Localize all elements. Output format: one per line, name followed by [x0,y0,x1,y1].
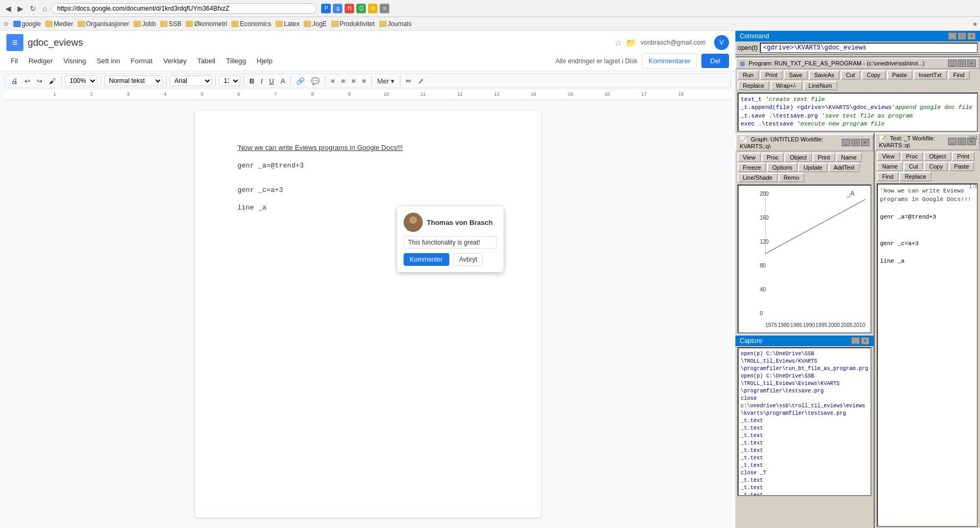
command-input[interactable] [760,43,978,53]
program-maximize-btn[interactable]: □ [958,60,966,67]
program-print-btn[interactable]: Print [760,70,783,80]
menu-tabell[interactable]: Tabell [193,56,220,66]
justify-btn[interactable]: ≡ [360,76,368,86]
zoom-select[interactable]: 100% 75% 125% [65,76,97,86]
ext-icon-1[interactable]: P [321,4,331,13]
program-wrap-btn[interactable]: Wrap+/- [770,81,802,90]
bookmark-medier[interactable]: Medier [45,20,73,28]
ext-icon-3[interactable]: H [345,4,354,13]
program-minimize-btn[interactable]: _ [948,60,957,67]
graph-minimize-btn[interactable]: _ [842,139,850,146]
bookmark-okonometri[interactable]: Økonometri [186,20,227,28]
comment-inline-btn[interactable]: 💬 [309,76,322,86]
text-find-btn[interactable]: Find [877,172,899,181]
program-linenum-btn[interactable]: LineNum [803,81,837,90]
capture-close-btn[interactable]: × [861,337,869,345]
link-btn[interactable]: 🔗 [294,76,307,86]
capture-content[interactable]: open(p) C:\OneDrive\SSB \TROLL_til_Eview… [738,347,872,496]
menu-sett-inn[interactable]: Sett inn [93,56,124,66]
graph-addtext-btn[interactable]: AddText [828,163,860,172]
program-code-area[interactable]: text_t 'create text file _t.append(file)… [738,93,978,132]
document-canvas[interactable]: 'Now we can write Eviews programs in Goo… [0,100,735,528]
bookmark-produktivitet[interactable]: Produktivitet [331,20,375,28]
bookmark-latex[interactable]: Latex [275,20,299,28]
program-replace-btn[interactable]: Replace [738,81,769,90]
font-select[interactable]: Arial Times New Roman [170,76,212,86]
graph-print-btn[interactable]: Print [813,153,835,162]
text-object-btn[interactable]: Object [924,152,951,161]
document-content[interactable]: 'Now we can write Eviews programs in Goo… [238,143,498,214]
menu-rediger[interactable]: Rediger [24,56,57,66]
program-copy-btn[interactable]: Copy [861,70,886,80]
command-minimize-btn[interactable]: _ [948,32,957,40]
align-left-btn[interactable]: ≡ [329,76,337,86]
program-run-btn[interactable]: Run [738,70,759,80]
user-avatar[interactable]: V [714,35,729,50]
bookmark-jobb[interactable]: Jobb [133,20,156,28]
folder-icon[interactable]: 📁 [626,38,636,48]
program-paste-btn[interactable]: Paste [887,70,912,80]
menu-verktoey[interactable]: Verktøy [159,56,191,66]
ext-icon-6[interactable]: ≡ [380,4,389,13]
italic-btn[interactable]: I [258,76,265,86]
ext-icon-2[interactable]: g [333,4,342,13]
bookmark-ssb[interactable]: SSB [160,20,181,28]
bookmark-organisasjoner[interactable]: Organisasjoner [78,20,129,28]
graph-object-btn[interactable]: Object [784,153,812,162]
text-cut-btn[interactable]: Cut [903,162,923,171]
program-cut-btn[interactable]: Cut [841,70,860,80]
program-close-btn[interactable]: × [967,60,976,67]
menu-visning[interactable]: Visning [59,56,90,66]
text-content[interactable]: 'Now we can write Eviews programs in Goo… [877,183,978,527]
graph-proc-btn[interactable]: Proc [761,153,784,162]
star-icon[interactable]: ☆ [614,38,622,48]
graph-maximize-btn[interactable]: □ [851,139,860,146]
home-button[interactable]: ⌂ [40,3,49,14]
bold-btn[interactable]: B [247,76,256,86]
program-inserttxt-btn[interactable]: InsertTxt [914,70,947,80]
text-copy-btn[interactable]: Copy [924,162,948,171]
comment-cancel-btn[interactable]: Avbryt [454,253,483,266]
style-select[interactable]: Normal tekst Heading 1 [104,76,163,86]
font-color-btn[interactable]: A [278,76,287,86]
align-right-btn[interactable]: ≡ [349,76,358,86]
pen-btn[interactable]: ✏ [404,76,414,86]
expand-btn[interactable]: ⤢ [416,76,426,86]
graph-freeze-btn[interactable]: Freeze [738,163,766,172]
menu-format[interactable]: Format [127,56,157,66]
text-view-btn[interactable]: View [877,152,900,161]
bookmark-joge[interactable]: JogE [304,20,326,28]
share-button[interactable]: Del [701,54,729,68]
bookmarks-more[interactable]: » [973,20,977,28]
bookmark-economics[interactable]: Economics [231,20,271,28]
capture-minimize-btn[interactable]: _ [851,337,860,345]
back-button[interactable]: ◀ [3,3,13,14]
menu-tillegg[interactable]: Tillegg [222,56,250,66]
reload-button[interactable]: ↻ [28,3,38,14]
comment-submit-btn[interactable]: Kommenter [404,253,449,266]
more-btn[interactable]: Mer ▾ [375,76,397,86]
text-name-btn[interactable]: Name [877,162,903,171]
text-maximize-btn[interactable]: □ [958,138,966,145]
graph-lineshade-btn[interactable]: Line/Shade [738,173,778,182]
ext-icon-5[interactable]: ⚙ [368,4,378,13]
graph-view-btn[interactable]: View [738,153,761,162]
underline-btn[interactable]: U [267,76,276,86]
program-find-btn[interactable]: Find [948,70,970,80]
print-btn[interactable]: 🖨 [9,76,20,86]
comment-button[interactable]: Kommentarer [642,53,698,69]
menu-fil[interactable]: Fil [6,56,22,66]
menu-hjelp[interactable]: Hjelp [253,56,277,66]
text-proc-btn[interactable]: Proc [901,152,924,161]
graph-update-btn[interactable]: Update [798,163,827,172]
undo-btn[interactable]: ↩ [22,76,32,86]
paint-format-btn[interactable]: 🖌 [47,76,58,86]
align-center-btn[interactable]: ≡ [339,76,348,86]
font-size-select[interactable]: 11 10 12 [219,76,240,86]
ext-icon-4[interactable]: Q [356,4,366,13]
graph-options-btn[interactable]: Options [767,163,798,172]
document-title[interactable]: gdoc_eviews [28,37,610,48]
text-minimize-btn[interactable]: _ [948,138,957,145]
command-maximize-btn[interactable]: □ [958,32,966,40]
graph-close-btn[interactable]: × [861,139,869,146]
